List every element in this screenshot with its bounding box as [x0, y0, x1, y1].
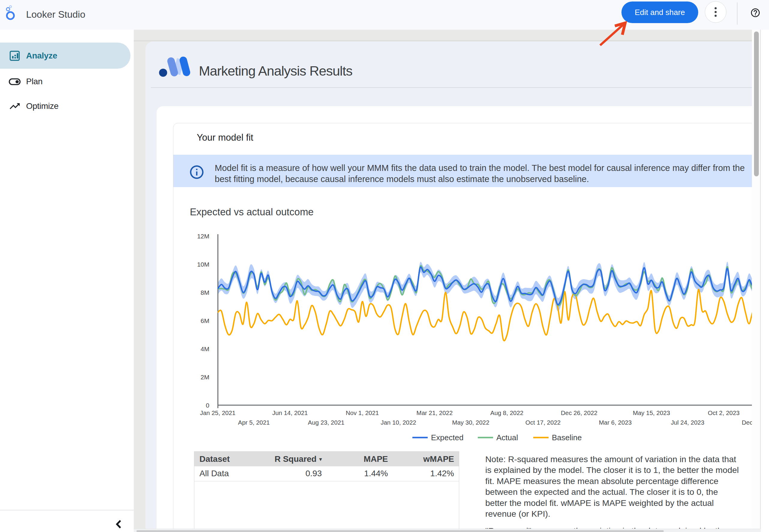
looker-studio-logo-icon [5, 4, 17, 21]
legend-item-label: Expected [431, 433, 463, 442]
help-icon [750, 7, 761, 18]
x-tick-label: May 15, 2023 [633, 409, 670, 416]
cell-dataset: All Data [194, 466, 261, 481]
info-banner-text: Model fit is a measure of how well your … [215, 163, 745, 184]
report-title: Marketing Analysis Results [199, 63, 352, 79]
col-r-squared[interactable]: R Squared▾ [261, 452, 327, 466]
x-tick-label: Apr 5, 2021 [238, 419, 270, 426]
x-tick-label: Oct 17, 2022 [525, 419, 561, 426]
x-tick-label: Jul 24, 2023 [671, 419, 705, 426]
topbar-divider [737, 2, 738, 25]
vertical-scrollbar[interactable] [752, 30, 761, 532]
legend-item-label: Actual [496, 433, 518, 442]
info-banner: Model fit is a measure of how well your … [173, 155, 752, 187]
sidebar-item-label: Analyze [26, 51, 57, 61]
x-tick-label: Aug 23, 2021 [308, 419, 345, 426]
x-tick-label: Oct 2, 2023 [708, 409, 740, 416]
x-tick-label: Jan 10, 2022 [381, 419, 416, 426]
model-fit-table: Dataset R Squared▾ MAPE wMAPE All Data 0… [194, 451, 459, 532]
sort-desc-icon: ▾ [319, 456, 322, 462]
sidebar-collapse-button[interactable] [110, 517, 128, 531]
x-tick-label: Aug 8, 2022 [490, 409, 524, 416]
info-icon [189, 164, 205, 180]
sidebar-item-optimize[interactable]: Optimize [0, 93, 130, 119]
y-tick-label: 2M [201, 374, 209, 381]
report-frame-border [760, 30, 761, 532]
x-tick-label: Dec 26, 2022 [561, 409, 597, 416]
horizontal-scrollbar-thumb[interactable] [136, 530, 664, 532]
x-tick-label: Mar 6, 2023 [599, 419, 632, 426]
y-tick-label: 0 [206, 402, 209, 409]
x-tick-label: Jan 25, 2021 [200, 409, 236, 416]
analytics-icon [9, 50, 21, 62]
sidebar-item-label: Optimize [26, 101, 58, 111]
x-tick-label: Dec 11, 2023 [742, 419, 752, 426]
more-vert-icon [710, 7, 721, 17]
cell-mape: 1.44% [327, 466, 393, 481]
col-dataset[interactable]: Dataset [194, 452, 261, 466]
x-tick-label: Nov 1, 2021 [346, 409, 379, 416]
y-tick-label: 8M [201, 289, 209, 296]
sidebar: Analyze Plan Optimize [0, 30, 134, 532]
red-arrow-annotation [594, 18, 633, 51]
sidebar-item-label: Plan [26, 77, 43, 86]
model-fit-chart: 02M4M6M8M10M12MJan 25, 2021Jun 14, 2021N… [174, 216, 752, 453]
horizontal-scrollbar[interactable] [134, 529, 761, 532]
meridian-logo [159, 55, 192, 80]
table-header-row: Dataset R Squared▾ MAPE wMAPE [194, 452, 459, 466]
legend-item-label: Baseline [552, 433, 582, 442]
topbar: Looker Studio Edit and share [0, 0, 769, 30]
x-tick-label: Mar 21, 2022 [417, 409, 453, 416]
model-fit-card: Your model fit Model fit is a measure of… [173, 123, 752, 532]
cell-r-squared: 0.93 [261, 466, 327, 481]
section-card: Your model fit Model fit is a measure of… [157, 106, 752, 532]
y-tick-label: 6M [201, 317, 209, 324]
y-tick-label: 4M [201, 345, 209, 352]
report-header-divider [151, 87, 752, 88]
x-tick-label: May 30, 2022 [452, 419, 489, 426]
toggle-icon [9, 76, 21, 88]
sidebar-item-analyze[interactable]: Analyze [0, 43, 130, 69]
report-page: Marketing Analysis Results Your model fi… [145, 41, 752, 532]
sidebar-divider [0, 510, 134, 510]
report-viewport: Marketing Analysis Results Your model fi… [134, 30, 752, 532]
vertical-scrollbar-thumb[interactable] [754, 31, 759, 176]
chevron-left-icon [114, 519, 123, 529]
edit-and-share-button[interactable]: Edit and share [621, 1, 698, 23]
table-row: All Data 0.93 1.44% 1.42% [194, 466, 459, 481]
col-wmape[interactable]: wMAPE [393, 452, 459, 466]
cell-wmape: 1.42% [393, 466, 459, 481]
sidebar-item-plan[interactable]: Plan [0, 68, 130, 94]
more-options-button[interactable] [705, 1, 726, 23]
help-button[interactable] [750, 7, 761, 18]
trending-up-icon [9, 100, 21, 112]
y-tick-label: 10M [197, 261, 209, 268]
app-title: Looker Studio [26, 9, 85, 20]
y-tick-label: 12M [197, 233, 209, 240]
col-mape[interactable]: MAPE [327, 452, 393, 466]
card-title: Your model fit [197, 132, 253, 143]
x-tick-label: Jun 14, 2021 [272, 409, 308, 416]
note-text: Note: R-squared measures the amount of v… [485, 454, 741, 532]
